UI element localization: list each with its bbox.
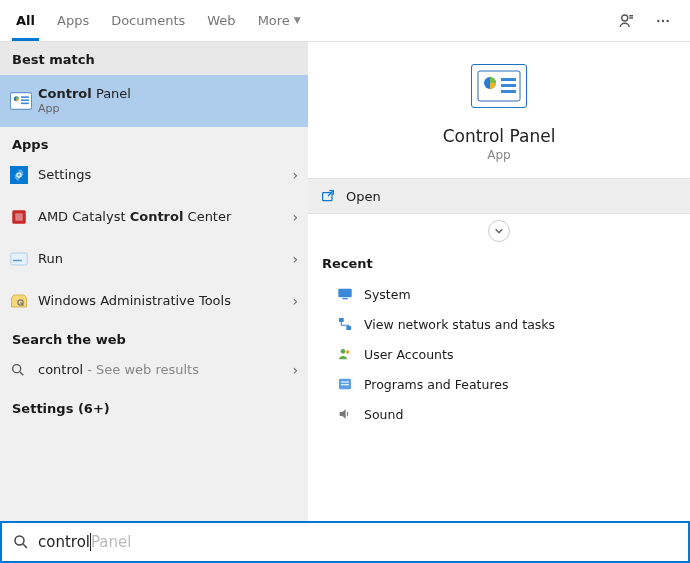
sound-icon	[336, 406, 354, 422]
chevron-right-icon: ›	[284, 167, 298, 183]
recent-item-user-accounts[interactable]: User Accounts	[322, 339, 676, 369]
search-web-header: Search the web	[0, 322, 308, 349]
chevron-down-icon[interactable]	[488, 220, 510, 242]
svg-point-26	[341, 349, 346, 354]
top-tab-bar: All Apps Documents Web More ▼	[0, 0, 690, 42]
recent-item-network[interactable]: View network status and tasks	[322, 309, 676, 339]
svg-point-0	[622, 15, 628, 21]
app-item-run[interactable]: Run ›	[0, 238, 308, 280]
svg-rect-24	[339, 318, 344, 322]
recent-item-programs[interactable]: Programs and Features	[322, 369, 676, 399]
search-icon	[10, 362, 38, 378]
svg-rect-6	[21, 96, 29, 98]
svg-rect-13	[13, 260, 22, 262]
svg-rect-19	[501, 84, 516, 87]
preview-column: Control Panel App Open Recent System	[308, 42, 690, 521]
preview-subtitle: App	[487, 148, 510, 162]
users-icon	[336, 346, 354, 362]
chevron-down-icon: ▼	[294, 15, 301, 25]
recent-list: System View network status and tasks Use…	[308, 279, 690, 429]
search-input[interactable]: control Panel	[0, 521, 690, 563]
run-icon	[10, 252, 38, 266]
svg-rect-25	[346, 326, 351, 330]
recent-item-system[interactable]: System	[322, 279, 676, 309]
control-panel-large-icon	[471, 64, 527, 108]
app-item-amd-catalyst[interactable]: AMD Catalyst Control Center ›	[0, 196, 308, 238]
svg-rect-12	[11, 253, 28, 265]
svg-rect-18	[501, 78, 516, 81]
programs-icon	[336, 376, 354, 392]
svg-point-31	[15, 536, 24, 545]
svg-rect-29	[341, 381, 349, 382]
tab-documents[interactable]: Documents	[101, 0, 195, 41]
best-match-title: Control Panel	[38, 86, 298, 102]
best-match-sub: App	[38, 102, 298, 116]
settings-more[interactable]: Settings (6+)	[0, 391, 308, 418]
tab-apps[interactable]: Apps	[47, 0, 99, 41]
chevron-right-icon: ›	[284, 293, 298, 309]
more-options-icon[interactable]	[652, 10, 674, 32]
tab-web[interactable]: Web	[197, 0, 245, 41]
results-column: Best match Control Panel App Apps Settin…	[0, 42, 308, 521]
web-result[interactable]: control - See web results ›	[0, 349, 308, 391]
svg-rect-30	[341, 384, 349, 385]
svg-point-27	[346, 350, 349, 353]
main-area: Best match Control Panel App Apps Settin…	[0, 42, 690, 521]
app-item-settings[interactable]: Settings ›	[0, 154, 308, 196]
tab-all[interactable]: All	[6, 0, 45, 41]
svg-rect-20	[501, 90, 516, 93]
apps-header: Apps	[0, 127, 308, 154]
amd-icon	[10, 208, 38, 226]
svg-point-3	[666, 19, 668, 21]
svg-point-2	[662, 19, 664, 21]
control-panel-icon	[10, 92, 38, 110]
search-text: control Panel	[38, 533, 131, 551]
recent-header: Recent	[308, 250, 690, 279]
svg-rect-23	[342, 298, 347, 299]
chevron-right-icon: ›	[284, 209, 298, 225]
app-item-admin-tools[interactable]: Windows Administrative Tools ›	[0, 280, 308, 322]
admin-tools-icon	[10, 293, 38, 309]
preview-title: Control Panel	[443, 126, 556, 146]
chevron-right-icon: ›	[284, 362, 298, 378]
open-action[interactable]: Open	[308, 178, 690, 214]
feedback-icon[interactable]	[616, 10, 638, 32]
system-icon	[336, 287, 354, 301]
search-icon	[12, 533, 30, 551]
preview-header: Control Panel App	[308, 42, 690, 178]
svg-rect-8	[21, 103, 29, 105]
best-match-header: Best match	[0, 42, 308, 75]
best-match-result[interactable]: Control Panel App	[0, 75, 308, 127]
svg-rect-22	[338, 289, 351, 298]
svg-point-15	[13, 365, 21, 373]
open-icon	[320, 188, 336, 204]
svg-rect-11	[15, 213, 23, 221]
tab-more[interactable]: More ▼	[248, 0, 311, 41]
network-icon	[336, 316, 354, 332]
open-label: Open	[346, 189, 381, 204]
tabs: All Apps Documents Web More ▼	[6, 0, 311, 41]
settings-icon	[10, 166, 38, 184]
top-right-controls	[616, 10, 684, 32]
recent-item-sound[interactable]: Sound	[322, 399, 676, 429]
chevron-right-icon: ›	[284, 251, 298, 267]
svg-rect-7	[21, 99, 29, 101]
expand-toggle	[308, 214, 690, 250]
svg-point-1	[657, 19, 659, 21]
